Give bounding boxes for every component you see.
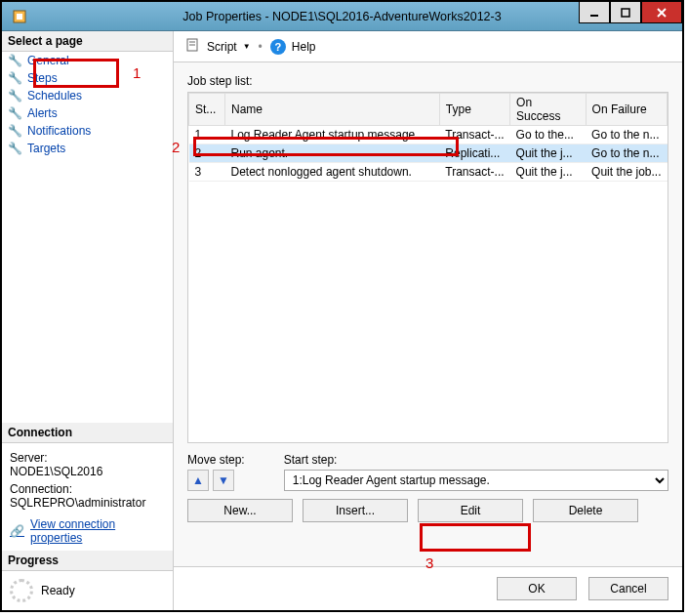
move-down-button[interactable]: ▼ bbox=[213, 470, 234, 491]
page-label: General bbox=[27, 54, 69, 67]
column-header-on-success[interactable]: On Success bbox=[510, 94, 587, 126]
delete-button[interactable]: Delete bbox=[533, 499, 638, 522]
toolbar: Script ▼ • ? Help bbox=[174, 31, 682, 62]
arrow-up-icon: ▲ bbox=[192, 473, 204, 487]
dialog-button-row: OK Cancel bbox=[174, 566, 682, 610]
column-header-on-failure[interactable]: On Failure bbox=[586, 94, 667, 126]
progress-status: Ready bbox=[41, 584, 75, 597]
help-icon: ? bbox=[270, 39, 286, 55]
connection-header: Connection bbox=[2, 423, 173, 443]
page-item-schedules[interactable]: 🔧Schedules bbox=[2, 87, 173, 104]
cell-type: Transact-... bbox=[439, 163, 509, 182]
script-button[interactable]: Script bbox=[207, 40, 237, 54]
column-header-st[interactable]: St... bbox=[189, 94, 225, 126]
cell-st: 1 bbox=[189, 126, 225, 144]
cell-type: Replicati... bbox=[439, 144, 509, 163]
script-icon bbox=[185, 37, 201, 56]
arrow-down-icon: ▼ bbox=[218, 473, 229, 487]
edit-button[interactable]: Edit bbox=[418, 499, 523, 522]
cell-name: Detect nonlogged agent shutdown. bbox=[224, 163, 439, 182]
column-header-type[interactable]: Type bbox=[439, 94, 509, 126]
titlebar: Job Properties - NODE1\SQL2016-Adventure… bbox=[2, 2, 682, 31]
move-step-label: Move step: bbox=[187, 453, 245, 467]
job-step-list-label: Job step list: bbox=[187, 74, 668, 88]
start-step-label: Start step: bbox=[284, 453, 668, 467]
minimize-button[interactable] bbox=[579, 2, 610, 23]
cancel-button[interactable]: Cancel bbox=[588, 577, 668, 600]
wrench-icon: 🔧 bbox=[8, 89, 21, 103]
cell-failure: Go to the n... bbox=[586, 126, 667, 144]
help-button[interactable]: Help bbox=[292, 40, 316, 54]
start-step-select[interactable]: 1:Log Reader Agent startup message. bbox=[284, 470, 668, 491]
page-item-notifications[interactable]: 🔧Notifications bbox=[2, 122, 173, 140]
cell-success: Quit the j... bbox=[510, 144, 587, 163]
new-button[interactable]: New... bbox=[187, 499, 293, 522]
close-button[interactable] bbox=[641, 2, 682, 23]
ok-button[interactable]: OK bbox=[497, 577, 577, 600]
progress-spinner-icon bbox=[10, 579, 33, 602]
cell-failure: Go to the n... bbox=[586, 144, 667, 163]
page-label: Targets bbox=[27, 142, 65, 155]
page-label: Steps bbox=[27, 71, 58, 85]
wrench-icon: 🔧 bbox=[8, 124, 21, 138]
page-label: Alerts bbox=[27, 106, 58, 120]
progress-header: Progress bbox=[2, 551, 173, 571]
column-header-name[interactable]: Name bbox=[224, 94, 439, 126]
main-panel: Script ▼ • ? Help Job step list: St... bbox=[174, 31, 682, 610]
cell-success: Go to the... bbox=[510, 126, 587, 144]
connection-icon: 🔗 bbox=[10, 524, 24, 538]
toolbar-separator: • bbox=[259, 40, 263, 54]
progress-panel: Ready bbox=[2, 571, 173, 610]
select-page-header: Select a page bbox=[2, 31, 173, 52]
cell-st: 2 bbox=[189, 144, 225, 163]
connection-label: Connection: bbox=[10, 482, 165, 496]
svg-rect-1 bbox=[17, 14, 22, 20]
page-label: Notifications bbox=[27, 124, 91, 138]
wrench-icon: 🔧 bbox=[8, 106, 21, 120]
insert-button[interactable]: Insert... bbox=[303, 499, 408, 522]
job-step-list[interactable]: St... Name Type On Success On Failure 1 … bbox=[187, 92, 668, 443]
svg-rect-3 bbox=[622, 9, 629, 17]
page-item-steps[interactable]: 🔧Steps bbox=[2, 69, 173, 87]
page-list: 🔧General 🔧Steps 🔧Schedules 🔧Alerts 🔧Noti… bbox=[2, 52, 173, 157]
wrench-icon: 🔧 bbox=[8, 71, 21, 85]
page-label: Schedules bbox=[27, 89, 82, 103]
connection-value: SQLREPRO\administrator bbox=[10, 496, 165, 510]
table-row[interactable]: 1 Log Reader Agent startup message. Tran… bbox=[189, 126, 668, 144]
maximize-button[interactable] bbox=[610, 2, 641, 23]
server-label: Server: bbox=[10, 451, 165, 465]
page-item-alerts[interactable]: 🔧Alerts bbox=[2, 104, 173, 122]
wrench-icon: 🔧 bbox=[8, 142, 21, 155]
view-connection-label: View connection properties bbox=[30, 517, 165, 545]
page-item-targets[interactable]: 🔧Targets bbox=[2, 140, 173, 157]
table-row[interactable]: 2 Run agent. Replicati... Quit the j... … bbox=[189, 144, 668, 163]
cell-st: 3 bbox=[189, 163, 225, 182]
move-up-button[interactable]: ▲ bbox=[187, 470, 209, 491]
window-title: Job Properties - NODE1\SQL2016-Adventure… bbox=[182, 10, 501, 23]
cell-name: Log Reader Agent startup message. bbox=[224, 126, 439, 144]
cell-failure: Quit the job... bbox=[586, 163, 667, 182]
server-value: NODE1\SQL2016 bbox=[10, 465, 165, 478]
script-dropdown-icon[interactable]: ▼ bbox=[243, 42, 251, 51]
table-row[interactable]: 3 Detect nonlogged agent shutdown. Trans… bbox=[189, 163, 668, 182]
page-item-general[interactable]: 🔧General bbox=[2, 52, 173, 69]
cell-type: Transact-... bbox=[439, 126, 509, 144]
sidebar: Select a page 🔧General 🔧Steps 🔧Schedules… bbox=[2, 31, 174, 610]
view-connection-properties-link[interactable]: 🔗 View connection properties bbox=[10, 517, 165, 545]
cell-success: Quit the j... bbox=[510, 163, 587, 182]
connection-panel: Server: NODE1\SQL2016 Connection: SQLREP… bbox=[2, 443, 173, 551]
cell-name: Run agent. bbox=[224, 144, 439, 163]
app-icon bbox=[12, 9, 27, 24]
wrench-icon: 🔧 bbox=[8, 54, 21, 67]
